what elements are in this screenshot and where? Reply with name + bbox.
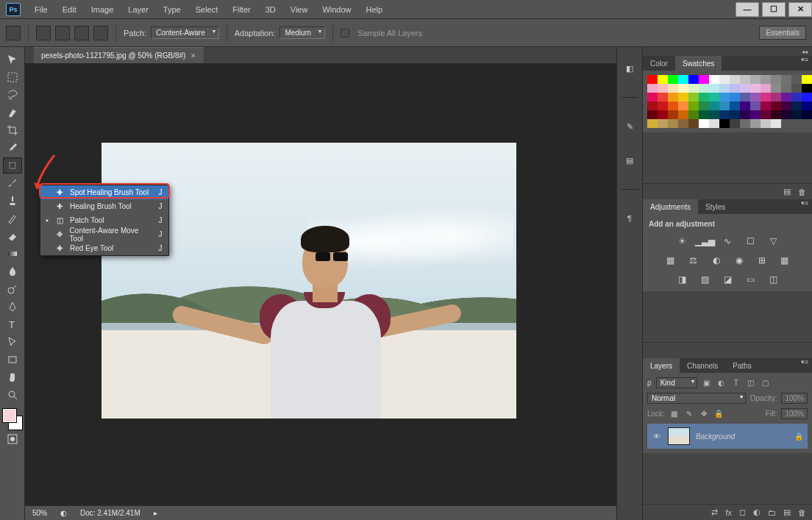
- selection-new-icon[interactable]: [36, 26, 51, 40]
- flyout-healing-brush[interactable]: ✚ Healing Brush Tool J: [40, 199, 168, 213]
- swatch[interactable]: [719, 75, 730, 84]
- filter-shape-icon[interactable]: ◫: [746, 378, 756, 388]
- visibility-toggle-icon[interactable]: 👁: [652, 432, 662, 441]
- zoom-level[interactable]: 50%: [32, 509, 47, 517]
- new-swatch-icon[interactable]: ▤: [783, 187, 791, 196]
- paragraph-panel-icon[interactable]: ¶: [622, 212, 637, 225]
- tab-color[interactable]: Color: [643, 56, 675, 71]
- adjustments-panel-menu-icon[interactable]: ▾≡: [797, 199, 812, 214]
- menu-filter[interactable]: Filter: [226, 2, 257, 17]
- swatch[interactable]: [678, 75, 688, 84]
- move-tool[interactable]: [3, 51, 22, 68]
- exposure-icon[interactable]: ☐: [744, 235, 757, 247]
- layer-filter-kind[interactable]: Kind: [656, 377, 697, 388]
- swatch[interactable]: [761, 84, 771, 93]
- swatch[interactable]: [647, 101, 658, 110]
- tab-styles[interactable]: Styles: [698, 199, 733, 214]
- layer-name[interactable]: Background: [696, 432, 735, 441]
- brush-panel-icon[interactable]: ✎: [622, 120, 637, 133]
- new-layer-icon[interactable]: ▤: [783, 507, 791, 517]
- adaptation-dropdown[interactable]: Medium: [279, 26, 325, 39]
- swatch[interactable]: [750, 101, 761, 110]
- swatch[interactable]: [699, 93, 709, 101]
- selective-color-icon[interactable]: ◫: [766, 274, 780, 285]
- swatch[interactable]: [761, 101, 771, 110]
- swatch[interactable]: [781, 75, 791, 84]
- swatch[interactable]: [781, 84, 791, 93]
- swatch[interactable]: [699, 110, 709, 119]
- swatch[interactable]: [709, 119, 719, 128]
- swatch[interactable]: [719, 93, 730, 101]
- fill-value[interactable]: 100%: [781, 408, 808, 419]
- swatch[interactable]: [791, 93, 802, 101]
- lock-all-icon[interactable]: 🔒: [713, 409, 724, 419]
- menu-edit[interactable]: Edit: [56, 2, 83, 17]
- swatch[interactable]: [678, 84, 688, 93]
- swatch[interactable]: [750, 119, 761, 128]
- swatch[interactable]: [709, 93, 719, 101]
- swatch[interactable]: [730, 93, 740, 101]
- quick-selection-tool[interactable]: [3, 104, 22, 121]
- swatch[interactable]: [802, 93, 812, 101]
- swatch[interactable]: [668, 110, 678, 119]
- swatch[interactable]: [668, 84, 678, 93]
- swatch[interactable]: [719, 84, 730, 93]
- swatch[interactable]: [781, 101, 791, 110]
- flyout-red-eye-tool[interactable]: ✚ Red Eye Tool J: [40, 241, 168, 255]
- filter-type-icon[interactable]: T: [731, 378, 741, 388]
- rectangle-tool[interactable]: [3, 352, 22, 368]
- lock-transparency-icon[interactable]: ▩: [669, 409, 680, 419]
- dodge-tool[interactable]: [3, 281, 22, 297]
- swatch[interactable]: [740, 75, 750, 84]
- swatch[interactable]: [668, 75, 678, 84]
- menu-3d[interactable]: 3D: [259, 2, 282, 17]
- swatch[interactable]: [740, 110, 750, 119]
- gradient-map-icon[interactable]: ▭: [744, 274, 757, 285]
- swatch[interactable]: [647, 84, 658, 93]
- vibrance-icon[interactable]: ▽: [766, 235, 780, 247]
- tab-paths[interactable]: Paths: [725, 358, 759, 373]
- swatch[interactable]: [771, 119, 781, 128]
- swatch[interactable]: [761, 93, 771, 101]
- swatch[interactable]: [740, 84, 750, 93]
- eraser-tool[interactable]: [3, 228, 22, 244]
- tab-adjustments[interactable]: Adjustments: [643, 199, 698, 214]
- swatch[interactable]: [750, 75, 761, 84]
- swatch[interactable]: [740, 101, 750, 110]
- blur-tool[interactable]: [3, 263, 22, 279]
- swatch[interactable]: [730, 101, 740, 110]
- swatches-panel-menu-icon[interactable]: ▾≡: [797, 56, 812, 71]
- swatch[interactable]: [802, 110, 812, 119]
- brush-tool[interactable]: [3, 175, 22, 191]
- layer-mask-icon[interactable]: ◻: [739, 507, 746, 517]
- document-tab[interactable]: pexels-photo-1121795.jpg @ 50% (RGB/8#) …: [34, 47, 204, 63]
- link-layers-icon[interactable]: ⇄: [711, 507, 718, 517]
- swatch[interactable]: [647, 93, 658, 101]
- collapse-panels-icon[interactable]: ◂◂: [643, 47, 812, 56]
- layers-panel-menu-icon[interactable]: ▾≡: [797, 358, 812, 373]
- swatch[interactable]: [699, 119, 709, 128]
- swatch[interactable]: [761, 75, 771, 84]
- new-fill-adjust-icon[interactable]: ◐: [753, 507, 761, 517]
- selection-add-icon[interactable]: [55, 26, 70, 40]
- patch-mode-dropdown[interactable]: Content-Aware: [151, 26, 219, 39]
- swatch[interactable]: [678, 93, 688, 101]
- history-brush-tool[interactable]: [3, 210, 22, 227]
- hue-saturation-icon[interactable]: ▦: [664, 254, 677, 266]
- swatch[interactable]: [771, 101, 781, 110]
- layer-style-icon[interactable]: fx: [725, 508, 732, 517]
- swatch[interactable]: [771, 110, 781, 119]
- swatch[interactable]: [688, 110, 699, 119]
- window-minimize-button[interactable]: —: [736, 2, 759, 17]
- layer-row-background[interactable]: 👁 Background 🔒: [647, 424, 808, 449]
- swatch[interactable]: [678, 119, 688, 128]
- hand-tool[interactable]: [3, 369, 22, 385]
- swatch[interactable]: [740, 93, 750, 101]
- close-tab-icon[interactable]: ✕: [190, 52, 196, 60]
- swatch[interactable]: [688, 75, 699, 84]
- swatch[interactable]: [791, 84, 802, 93]
- swatch[interactable]: [658, 119, 668, 128]
- swatch[interactable]: [771, 75, 781, 84]
- swatch[interactable]: [750, 93, 761, 101]
- swatch[interactable]: [658, 101, 668, 110]
